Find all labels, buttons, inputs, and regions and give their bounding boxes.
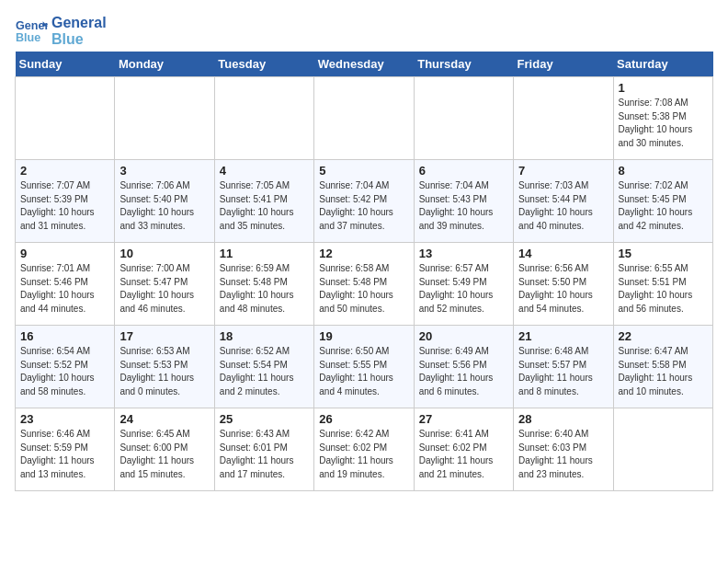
day-number: 2 bbox=[20, 164, 109, 178]
logo: General Blue General Blue bbox=[15, 15, 107, 48]
day-number: 24 bbox=[119, 412, 209, 426]
day-info: Sunrise: 6:52 AM Sunset: 5:54 PM Dayligh… bbox=[220, 345, 309, 398]
calendar-week-row: 23Sunrise: 6:46 AM Sunset: 5:59 PM Dayli… bbox=[16, 408, 713, 491]
calendar-cell: 13Sunrise: 6:57 AM Sunset: 5:49 PM Dayli… bbox=[414, 243, 513, 326]
day-info: Sunrise: 6:56 AM Sunset: 5:50 PM Dayligh… bbox=[518, 262, 608, 316]
day-number: 8 bbox=[619, 164, 708, 178]
calendar-cell bbox=[115, 77, 214, 160]
day-number: 10 bbox=[119, 247, 209, 260]
calendar-cell: 6Sunrise: 7:04 AM Sunset: 5:43 PM Daylig… bbox=[414, 160, 513, 243]
calendar-cell: 8Sunrise: 7:02 AM Sunset: 5:45 PM Daylig… bbox=[613, 160, 712, 243]
day-number: 11 bbox=[220, 247, 309, 260]
calendar-cell: 19Sunrise: 6:50 AM Sunset: 5:55 PM Dayli… bbox=[314, 326, 414, 408]
page-header: General Blue General Blue bbox=[15, 15, 713, 48]
day-number: 9 bbox=[20, 247, 109, 260]
day-number: 26 bbox=[319, 412, 408, 426]
day-info: Sunrise: 7:04 AM Sunset: 5:43 PM Dayligh… bbox=[419, 179, 508, 233]
day-info: Sunrise: 6:41 AM Sunset: 6:02 PM Dayligh… bbox=[419, 428, 508, 481]
calendar-cell: 9Sunrise: 7:01 AM Sunset: 5:46 PM Daylig… bbox=[16, 243, 115, 326]
calendar-week-row: 16Sunrise: 6:54 AM Sunset: 5:52 PM Dayli… bbox=[16, 326, 713, 408]
calendar-cell: 11Sunrise: 6:59 AM Sunset: 5:48 PM Dayli… bbox=[214, 243, 313, 326]
calendar-cell: 1Sunrise: 7:08 AM Sunset: 5:38 PM Daylig… bbox=[613, 77, 712, 160]
weekday-header-friday: Friday bbox=[514, 52, 613, 77]
weekday-header-thursday: Thursday bbox=[414, 52, 513, 77]
calendar-cell: 7Sunrise: 7:03 AM Sunset: 5:44 PM Daylig… bbox=[514, 160, 613, 243]
day-info: Sunrise: 6:58 AM Sunset: 5:48 PM Dayligh… bbox=[319, 262, 408, 316]
logo-line2: Blue bbox=[51, 31, 107, 48]
weekday-header-row: SundayMondayTuesdayWednesdayThursdayFrid… bbox=[16, 52, 713, 77]
day-info: Sunrise: 7:04 AM Sunset: 5:42 PM Dayligh… bbox=[319, 179, 408, 233]
calendar-cell: 17Sunrise: 6:53 AM Sunset: 5:53 PM Dayli… bbox=[115, 326, 214, 408]
day-number: 1 bbox=[619, 81, 708, 95]
calendar-cell: 4Sunrise: 7:05 AM Sunset: 5:41 PM Daylig… bbox=[214, 160, 313, 243]
day-info: Sunrise: 6:45 AM Sunset: 6:00 PM Dayligh… bbox=[119, 428, 209, 481]
day-info: Sunrise: 6:47 AM Sunset: 5:58 PM Dayligh… bbox=[619, 345, 708, 398]
calendar-cell: 2Sunrise: 7:07 AM Sunset: 5:39 PM Daylig… bbox=[16, 160, 115, 243]
day-number: 23 bbox=[20, 412, 109, 426]
day-info: Sunrise: 7:00 AM Sunset: 5:47 PM Dayligh… bbox=[119, 262, 209, 316]
day-info: Sunrise: 6:55 AM Sunset: 5:51 PM Dayligh… bbox=[619, 262, 708, 316]
logo-icon: General Blue bbox=[15, 15, 48, 48]
day-number: 16 bbox=[20, 329, 109, 343]
calendar-cell: 27Sunrise: 6:41 AM Sunset: 6:02 PM Dayli… bbox=[414, 408, 513, 491]
calendar-cell: 15Sunrise: 6:55 AM Sunset: 5:51 PM Dayli… bbox=[613, 243, 712, 326]
day-info: Sunrise: 6:54 AM Sunset: 5:52 PM Dayligh… bbox=[20, 345, 109, 398]
calendar-cell bbox=[414, 77, 513, 160]
day-info: Sunrise: 7:05 AM Sunset: 5:41 PM Dayligh… bbox=[220, 179, 309, 233]
svg-text:Blue: Blue bbox=[16, 31, 40, 44]
calendar-week-row: 9Sunrise: 7:01 AM Sunset: 5:46 PM Daylig… bbox=[16, 243, 713, 326]
calendar-cell: 16Sunrise: 6:54 AM Sunset: 5:52 PM Dayli… bbox=[16, 326, 115, 408]
day-number: 19 bbox=[319, 329, 408, 343]
calendar-cell bbox=[314, 77, 414, 160]
day-info: Sunrise: 6:46 AM Sunset: 5:59 PM Dayligh… bbox=[20, 428, 109, 481]
day-info: Sunrise: 7:08 AM Sunset: 5:38 PM Dayligh… bbox=[619, 97, 708, 150]
day-number: 22 bbox=[619, 329, 708, 343]
day-number: 7 bbox=[518, 164, 608, 178]
calendar-cell: 3Sunrise: 7:06 AM Sunset: 5:40 PM Daylig… bbox=[115, 160, 214, 243]
day-number: 6 bbox=[419, 164, 508, 178]
day-info: Sunrise: 6:42 AM Sunset: 6:02 PM Dayligh… bbox=[319, 428, 408, 481]
calendar-cell: 10Sunrise: 7:00 AM Sunset: 5:47 PM Dayli… bbox=[115, 243, 214, 326]
calendar-cell: 21Sunrise: 6:48 AM Sunset: 5:57 PM Dayli… bbox=[514, 326, 613, 408]
calendar-cell: 5Sunrise: 7:04 AM Sunset: 5:42 PM Daylig… bbox=[314, 160, 414, 243]
weekday-header-tuesday: Tuesday bbox=[214, 52, 313, 77]
calendar-cell: 26Sunrise: 6:42 AM Sunset: 6:02 PM Dayli… bbox=[314, 408, 414, 491]
day-number: 28 bbox=[518, 412, 608, 426]
day-number: 18 bbox=[220, 329, 309, 343]
calendar-table: SundayMondayTuesdayWednesdayThursdayFrid… bbox=[15, 52, 713, 491]
weekday-header-saturday: Saturday bbox=[613, 52, 712, 77]
calendar-cell bbox=[613, 408, 712, 491]
logo-line1: General bbox=[51, 15, 107, 31]
calendar-cell: 18Sunrise: 6:52 AM Sunset: 5:54 PM Dayli… bbox=[214, 326, 313, 408]
day-number: 3 bbox=[119, 164, 209, 178]
calendar-cell: 28Sunrise: 6:40 AM Sunset: 6:03 PM Dayli… bbox=[514, 408, 613, 491]
day-info: Sunrise: 6:57 AM Sunset: 5:49 PM Dayligh… bbox=[419, 262, 508, 316]
calendar-cell: 23Sunrise: 6:46 AM Sunset: 5:59 PM Dayli… bbox=[16, 408, 115, 491]
day-info: Sunrise: 6:50 AM Sunset: 5:55 PM Dayligh… bbox=[319, 345, 408, 398]
weekday-header-sunday: Sunday bbox=[16, 52, 115, 77]
day-info: Sunrise: 6:49 AM Sunset: 5:56 PM Dayligh… bbox=[419, 345, 508, 398]
day-number: 13 bbox=[419, 247, 508, 260]
day-number: 14 bbox=[518, 247, 608, 260]
calendar-cell: 25Sunrise: 6:43 AM Sunset: 6:01 PM Dayli… bbox=[214, 408, 313, 491]
day-info: Sunrise: 6:53 AM Sunset: 5:53 PM Dayligh… bbox=[119, 345, 209, 398]
calendar-cell bbox=[214, 77, 313, 160]
day-number: 5 bbox=[319, 164, 408, 178]
day-info: Sunrise: 7:02 AM Sunset: 5:45 PM Dayligh… bbox=[619, 179, 708, 233]
calendar-cell bbox=[16, 77, 115, 160]
calendar-cell: 22Sunrise: 6:47 AM Sunset: 5:58 PM Dayli… bbox=[613, 326, 712, 408]
weekday-header-monday: Monday bbox=[115, 52, 214, 77]
day-number: 21 bbox=[518, 329, 608, 343]
day-info: Sunrise: 6:48 AM Sunset: 5:57 PM Dayligh… bbox=[518, 345, 608, 398]
day-info: Sunrise: 6:59 AM Sunset: 5:48 PM Dayligh… bbox=[220, 262, 309, 316]
calendar-cell: 20Sunrise: 6:49 AM Sunset: 5:56 PM Dayli… bbox=[414, 326, 513, 408]
calendar-week-row: 2Sunrise: 7:07 AM Sunset: 5:39 PM Daylig… bbox=[16, 160, 713, 243]
day-number: 17 bbox=[119, 329, 209, 343]
day-number: 25 bbox=[220, 412, 309, 426]
day-info: Sunrise: 7:06 AM Sunset: 5:40 PM Dayligh… bbox=[119, 179, 209, 233]
day-info: Sunrise: 6:43 AM Sunset: 6:01 PM Dayligh… bbox=[220, 428, 309, 481]
day-number: 4 bbox=[220, 164, 309, 178]
calendar-cell: 14Sunrise: 6:56 AM Sunset: 5:50 PM Dayli… bbox=[514, 243, 613, 326]
calendar-cell: 24Sunrise: 6:45 AM Sunset: 6:00 PM Dayli… bbox=[115, 408, 214, 491]
weekday-header-wednesday: Wednesday bbox=[314, 52, 414, 77]
